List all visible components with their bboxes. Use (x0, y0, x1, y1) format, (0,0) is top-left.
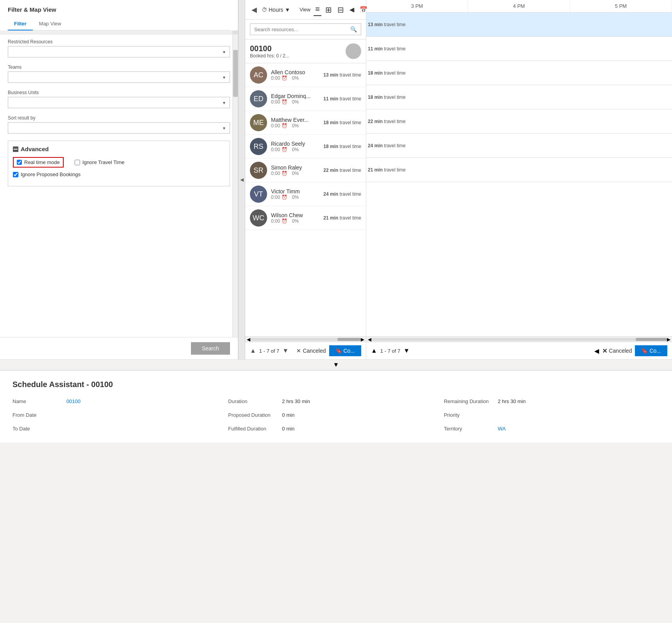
hours-dropdown[interactable]: ⏱ Hours ▼ (262, 7, 290, 13)
toolbar-icons: ≡ ⊞ ⊟ ◀ 📅 (314, 3, 369, 16)
ignore-travel-time-label: Ignore Travel Time (82, 159, 125, 165)
grid-view-button[interactable]: ⊟ (336, 3, 346, 16)
timeline-h-scroll[interactable]: ◀ ▶ (366, 336, 672, 342)
ignore-proposed-bookings-checkbox[interactable] (13, 172, 18, 177)
list-item[interactable]: SR Simon Raley 0:00 ⏰ 0% 22 min travel t… (245, 159, 366, 182)
resource-name: Wilson Chew (271, 212, 319, 218)
travel-time-3: 18 min travel time (368, 70, 406, 76)
name-value-link[interactable]: 00100 (66, 398, 80, 404)
page-next-button[interactable]: ▼ (282, 347, 289, 354)
proposed-duration-cell: Proposed Duration 0 min (228, 411, 444, 419)
ignore-travel-time-checkbox[interactable] (75, 160, 80, 165)
teams-field: Teams (8, 64, 230, 83)
hours-dropdown-arrow: ▼ (285, 7, 290, 13)
tab-map-view[interactable]: Map View (33, 18, 68, 30)
search-button[interactable]: Search (191, 342, 230, 355)
name-cell: Name 00100 (12, 397, 228, 406)
territory-value-link[interactable]: WA (498, 426, 506, 432)
avatar: WC (250, 209, 267, 227)
tab-filter[interactable]: Filter (8, 18, 33, 30)
ignore-proposed-bookings-label: Ignore Proposed Bookings (21, 171, 80, 177)
resource-name: Ricardo Seely (271, 141, 319, 147)
timeline-row-2: 11 min travel time (366, 37, 672, 61)
travel-label: travel time (340, 215, 361, 221)
resource-travel: 11 min travel time (323, 96, 361, 102)
sort-result-field: Sort result by (8, 115, 230, 134)
list-view-button[interactable]: ≡ (314, 3, 321, 16)
resource-info: Allen Contoso 0:00 ⏰ 0% (271, 69, 319, 81)
resource-booked: Booked hrs: 0 / 2... (250, 53, 289, 59)
expand-bottom-button[interactable]: ▼ (333, 361, 339, 368)
filter-panel-title: Filter & Map View (8, 6, 230, 13)
timeline-prev[interactable]: ▲ (371, 347, 377, 354)
cancel-button[interactable]: ✕ Canceled (296, 348, 326, 354)
book-timeline-button[interactable]: 🔖 Co... (635, 345, 667, 356)
checkbox-row-1: Real time mode Ignore Travel Time (13, 157, 225, 168)
scroll-right-button[interactable]: ▶ (361, 337, 364, 342)
minus-icon[interactable] (13, 146, 18, 152)
timeline-next[interactable]: ▼ (403, 347, 410, 354)
travel-label: travel time (340, 72, 361, 78)
restricted-resources-field: Restricted Resources (8, 39, 230, 57)
collapse-left-panel[interactable]: ◀ (238, 0, 245, 359)
clock-icon: ⏰ (282, 218, 287, 224)
resource-info: Simon Raley 0:00 ⏰ 0% (271, 164, 319, 176)
resource-travel: 22 min travel time (323, 168, 361, 173)
time-slot-3pm: 3 PM (366, 0, 468, 12)
real-time-mode-container[interactable]: Real time mode (13, 157, 64, 168)
restricted-resources-select[interactable] (8, 46, 230, 57)
fulfilled-duration-cell: Fulfilled Duration 0 min (228, 424, 444, 433)
timeline-row-1: 13 min travel time (366, 12, 672, 37)
avatar: VT (250, 186, 267, 203)
checkbox-row-2: Ignore Proposed Bookings (13, 171, 225, 177)
cancel-x-icon: ✕ (602, 347, 607, 355)
h-scroll-bar[interactable]: ◀ ▶ (245, 336, 366, 342)
travel-time-7: 21 min travel time (368, 167, 406, 173)
business-units-select[interactable] (8, 97, 230, 108)
timeline-panel: 3 PM 4 PM 5 PM 13 min travel time 11 min… (366, 0, 672, 359)
resource-name: Victor Timm (271, 188, 319, 195)
search-icon-button[interactable]: 🔍 (346, 24, 361, 35)
resource-stats: 0:00 ⏰ 0% (271, 147, 319, 152)
real-time-mode-checkbox[interactable] (17, 160, 22, 165)
clock-icon: ⏰ (282, 123, 287, 129)
list-item[interactable]: VT Victor Timm 0:00 ⏰ 0% 24 min travel t… (245, 182, 366, 206)
timeline-scroll-track (371, 338, 667, 341)
sort-result-select[interactable] (8, 122, 230, 134)
search-icon: 🔍 (350, 26, 357, 32)
list-item[interactable]: RS Ricardo Seely 0:00 ⏰ 0% 18 min travel… (245, 135, 366, 159)
travel-time-6: 24 min travel time (368, 143, 406, 148)
page-prev-button[interactable]: ▲ (250, 347, 256, 354)
canceled-button[interactable]: ✕ Canceled (602, 347, 632, 355)
scroll-left-button[interactable]: ◀ (247, 337, 250, 342)
to-date-cell: To Date (12, 424, 228, 433)
avatar: RS (250, 138, 267, 155)
timeline-scroll-left[interactable]: ◀ (368, 337, 371, 342)
resource-stats: 0:00 ⏰ 0% (271, 75, 319, 81)
travel-time-5: 22 min travel time (368, 119, 406, 124)
search-input[interactable] (250, 24, 346, 35)
resource-circle-avatar (346, 43, 361, 59)
timeline-back[interactable]: ◀ (594, 347, 599, 355)
list-item[interactable]: ED Edgar Dominq... 0:00 ⏰ 0% 11 min trav… (245, 87, 366, 111)
timeline-scroll-right[interactable]: ▶ (667, 337, 670, 342)
collapse-button[interactable]: ◀ (348, 3, 356, 16)
bars-view-button[interactable]: ⊞ (324, 3, 333, 16)
book-button[interactable]: 🔖 Co... (329, 345, 361, 356)
timeline-row-3: 18 min travel time (366, 61, 672, 85)
travel-label: travel time (340, 191, 361, 197)
teams-select[interactable] (8, 71, 230, 83)
list-item[interactable]: AC Allen Contoso 0:00 ⏰ 0% 13 min travel… (245, 63, 366, 87)
cancel-icon: ✕ (296, 348, 301, 354)
back-button[interactable]: ◀ (250, 4, 258, 16)
resource-stats: 0:00 ⏰ 0% (271, 195, 319, 200)
from-date-cell: From Date (12, 411, 228, 419)
list-item[interactable]: ME Matthew Ever... 0:00 ⏰ 0% 18 min trav… (245, 111, 366, 135)
business-units-field: Business Units (8, 90, 230, 108)
ignore-proposed-bookings-container: Ignore Proposed Bookings (13, 171, 80, 177)
book-timeline-icon: 🔖 (641, 348, 648, 354)
travel-label: travel time (340, 168, 361, 173)
resource-travel: 18 min travel time (323, 144, 361, 149)
list-item[interactable]: WC Wilson Chew 0:00 ⏰ 0% 21 min travel t… (245, 206, 366, 230)
fulfilled-duration-key: Fulfilled Duration (228, 426, 279, 432)
